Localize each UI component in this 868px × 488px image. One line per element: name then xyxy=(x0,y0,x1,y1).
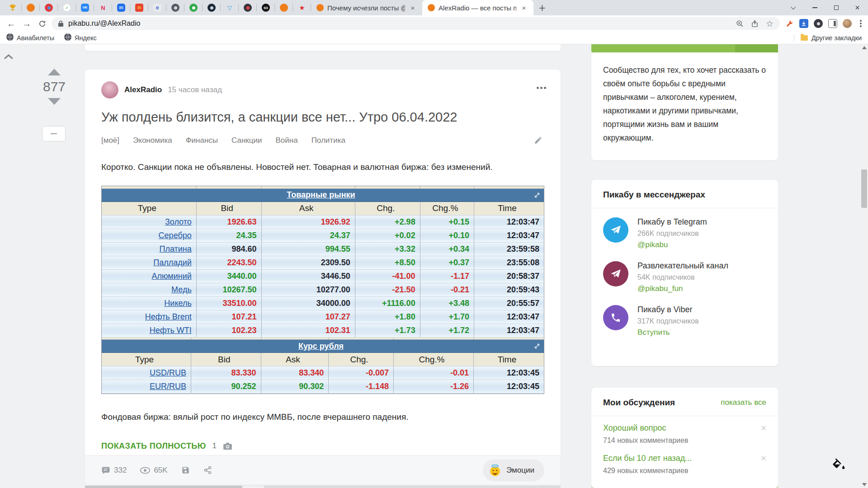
pinned-tab-pikabu-orange-icon[interactable] xyxy=(27,4,35,12)
discussion-title[interactable]: Хороший вопрос xyxy=(603,423,666,432)
instrument-link[interactable]: Нефть WTI xyxy=(150,326,192,335)
pinned-tab-pikabu-orange-2-icon[interactable] xyxy=(280,4,288,12)
collapse-chevron-icon[interactable] xyxy=(4,53,14,61)
pinned-tab-vk-icon[interactable]: VK xyxy=(81,4,89,12)
messenger-link[interactable]: Вступить xyxy=(637,328,670,337)
value-cell: +8.50 xyxy=(355,256,420,269)
instrument-link[interactable]: Никель xyxy=(164,299,191,308)
scrollbar-thumb[interactable] xyxy=(861,169,867,208)
instrument-link[interactable]: Платина xyxy=(159,244,191,253)
scrollbar[interactable] xyxy=(860,44,868,488)
minimize-button[interactable] xyxy=(804,0,826,15)
pinned-tab-envelope-red-icon[interactable]: ✉ xyxy=(135,4,143,12)
dismiss-icon[interactable]: × xyxy=(761,422,766,433)
expand-icon[interactable] xyxy=(534,192,540,200)
pinned-tab-dark-app-icon[interactable] xyxy=(244,4,252,12)
download-extension-icon[interactable] xyxy=(799,19,808,28)
profile-avatar[interactable] xyxy=(843,19,852,28)
value-cell: 10277.00 xyxy=(261,283,355,296)
emotions-button[interactable]: Эмоции xyxy=(483,460,544,481)
instrument-link[interactable]: Алюминий xyxy=(151,272,191,281)
messenger-item[interactable]: Пикабу в Viber317K подписчиковВступить xyxy=(591,296,778,340)
forward-icon[interactable]: → xyxy=(19,15,34,32)
messenger-link[interactable]: @pikabu xyxy=(637,240,668,249)
bookmark-item[interactable]: Яндекс xyxy=(64,33,97,42)
address-bar[interactable]: pikabu.ru/@AlexRadio ☆ xyxy=(52,17,780,30)
subscribe-button[interactable] xyxy=(591,44,778,52)
pinned-tab-target-icon[interactable] xyxy=(45,4,53,12)
discussion-item[interactable]: Хороший вопрос×714 новых комментариев xyxy=(591,416,778,446)
collapse-post-button[interactable] xyxy=(42,126,66,141)
pinned-tab-check-icon[interactable]: ✓ xyxy=(63,4,71,12)
pinned-tab-triangle-icon[interactable]: ▽ xyxy=(226,4,234,12)
pinned-tab-e-letter-icon[interactable]: e xyxy=(153,4,161,12)
instrument-link[interactable]: USD/RUB xyxy=(150,368,186,377)
wrench-extension-icon[interactable] xyxy=(785,19,794,28)
pinned-tab-star-icon[interactable]: ★ xyxy=(298,4,306,12)
pinned-tab-red-wave-icon[interactable]: N xyxy=(99,4,107,12)
edit-pencil-icon[interactable] xyxy=(534,136,542,146)
post-tag[interactable]: Финансы xyxy=(186,136,218,145)
post-menu-icon[interactable] xyxy=(540,87,542,89)
column-header: Bid xyxy=(191,353,261,366)
chrome-menu-icon[interactable] xyxy=(860,23,862,24)
post-tag[interactable]: Политика xyxy=(311,136,345,145)
close-window-button[interactable]: × xyxy=(847,0,868,15)
post-tag[interactable]: Экономика xyxy=(133,136,172,145)
browser-tab-1[interactable]: Почему исчезли посты @Alexra × xyxy=(311,0,422,15)
pinned-tab-trophy-icon[interactable] xyxy=(9,4,17,12)
pinned-tab-face-icon[interactable] xyxy=(171,4,179,12)
tab-search-icon[interactable] xyxy=(783,0,804,15)
other-bookmarks[interactable]: Другие закладки xyxy=(794,34,862,42)
discussion-item[interactable]: Если бы 10 лет назад...×429 новых коммен… xyxy=(591,446,778,477)
post-tag[interactable]: [моё] xyxy=(101,136,119,145)
discussion-title[interactable]: Если бы 10 лет назад... xyxy=(603,454,692,463)
tab-close-icon[interactable]: × xyxy=(520,4,528,12)
zoom-icon[interactable] xyxy=(736,20,744,28)
save-stat[interactable] xyxy=(181,466,190,474)
scroll-up-icon[interactable] xyxy=(862,46,867,49)
tab-close-icon[interactable]: × xyxy=(409,4,417,12)
downvote-icon[interactable] xyxy=(48,98,61,105)
share-icon[interactable] xyxy=(751,20,759,28)
maximize-button[interactable] xyxy=(826,0,847,15)
avatar[interactable] xyxy=(101,81,118,99)
dismiss-icon[interactable]: × xyxy=(761,453,766,464)
pinned-tab-steam-icon[interactable] xyxy=(208,4,216,12)
upvote-icon[interactable] xyxy=(48,69,61,75)
show-full-row: ПОКАЗАТЬ ПОЛНОСТЬЮ 1 xyxy=(101,441,544,451)
pinned-tab-mail-icon[interactable]: ✉ xyxy=(117,4,125,12)
comments-stat[interactable]: 332 xyxy=(101,466,127,475)
reload-icon[interactable] xyxy=(34,15,50,32)
instrument-link[interactable]: Палладий xyxy=(153,258,192,267)
instrument-link[interactable]: Золото xyxy=(165,217,192,226)
messenger-item[interactable]: Пикабу в Telegram266K подписчиков@pikabu xyxy=(591,208,778,252)
browser-tab-2[interactable]: AlexRadio — все посты пользов × xyxy=(422,0,533,15)
market-row: Медь10267.5010277.00-21.50-0.2120:59:43 xyxy=(102,283,544,296)
instrument-link[interactable]: Медь xyxy=(171,285,192,294)
show-full-link[interactable]: ПОКАЗАТЬ ПОЛНОСТЬЮ xyxy=(101,441,206,451)
bookmark-item[interactable]: Авиабилеты xyxy=(6,33,54,42)
share-stat[interactable] xyxy=(203,466,212,474)
back-icon[interactable]: ← xyxy=(4,15,19,32)
post-tag[interactable]: Война xyxy=(276,136,298,145)
instrument-link[interactable]: EUR/RUB xyxy=(150,382,186,391)
expand-icon[interactable] xyxy=(534,343,540,351)
messenger-item[interactable]: Развлекательный канал54K подписчиков@pik… xyxy=(591,252,778,296)
messenger-link[interactable]: @pikabu_fun xyxy=(637,284,683,293)
scroll-down-icon[interactable] xyxy=(862,483,867,486)
post-title[interactable]: Уж полдень близится, а санкции все нет..… xyxy=(101,109,544,125)
author-link[interactable]: AlexRadio xyxy=(124,85,162,94)
table-title-link[interactable]: Товарные рынки xyxy=(287,190,355,199)
table-title-link[interactable]: Курс рубля xyxy=(298,342,344,351)
show-all-link[interactable]: показать все xyxy=(721,398,766,407)
bookmark-star-icon[interactable]: ☆ xyxy=(766,19,774,29)
pinned-tab-sg-icon[interactable]: SG xyxy=(262,4,270,12)
pinned-tab-green-dot-icon[interactable] xyxy=(189,4,198,12)
new-tab-button[interactable]: + xyxy=(539,1,546,14)
instrument-link[interactable]: Серебро xyxy=(159,231,192,240)
dark-extension-icon[interactable] xyxy=(814,19,823,28)
instrument-link[interactable]: Нефть Brent xyxy=(145,312,192,321)
sidebar-extension-icon[interactable] xyxy=(828,19,837,28)
post-tag[interactable]: Санкции xyxy=(231,136,262,145)
